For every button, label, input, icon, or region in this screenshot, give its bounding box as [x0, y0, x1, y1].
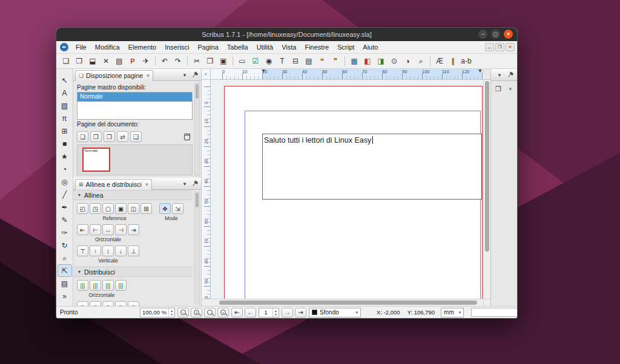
menu-item[interactable]: Inserisci [160, 42, 193, 52]
align-relative-selection[interactable]: ⊞ [140, 203, 152, 214]
distribute-equal-vertical[interactable]: ≡ [115, 301, 127, 306]
zoom-fit-button[interactable] [204, 308, 216, 317]
pdf-combo-box-icon[interactable]: ⊟ [289, 55, 302, 67]
text-frame[interactable]: Saluto tutti i lettori di Linux Easy [262, 134, 482, 200]
insert-glyph-icon[interactable]: Æ [434, 55, 446, 67]
close-icon[interactable]: × [144, 181, 148, 187]
add-page-button[interactable]: ❏ [77, 131, 88, 142]
align-mode-resize[interactable]: ⇲ [172, 203, 183, 214]
copy-icon[interactable]: ❐ [204, 55, 216, 67]
insert-arc-tool[interactable]: ◔ [58, 163, 72, 175]
page-thumbnails-area[interactable]: Normale [77, 145, 193, 175]
docked-panel-icon[interactable]: ❒ [493, 84, 503, 94]
hyphenate-icon[interactable]: a-b [460, 55, 472, 67]
scrollbar-thumb[interactable] [219, 301, 477, 305]
delete-page-button[interactable] [182, 131, 193, 142]
zoom-out-button[interactable]: − [177, 308, 189, 317]
doc-minimize-button[interactable]: — [485, 43, 494, 51]
doc-restore-button[interactable]: ❐ [495, 43, 504, 51]
frame-text[interactable]: Saluto tutti i lettori di Linux Easy [263, 135, 372, 145]
insert-freehand-tool[interactable]: ✎ [58, 213, 72, 226]
pdf-radio-button-icon[interactable]: ◉ [263, 55, 275, 67]
indent-marker-right[interactable] [478, 70, 482, 73]
menu-item[interactable]: Tabella [223, 42, 252, 52]
zoom-tool[interactable]: ⌕ [58, 252, 72, 264]
align-centers-horizontal[interactable]: ↔ [102, 224, 114, 235]
align-centers-vertical[interactable]: ↕ [102, 245, 114, 256]
select-item-tool[interactable]: ↖ [58, 74, 72, 86]
zoom-value[interactable]: 100,00 % [140, 309, 168, 316]
page-thumbnail[interactable]: Normale [82, 148, 110, 172]
unit-select[interactable]: mm ▾ [441, 308, 464, 317]
align-bottom-to-top-anchor[interactable]: ⊤ [77, 245, 88, 256]
scrollbar-thumb[interactable] [196, 84, 199, 99]
document-page[interactable]: Saluto tutti i lettori di Linux Easy [224, 86, 483, 299]
image-effects-icon[interactable]: ◨ [375, 55, 387, 67]
insert-spiral-tool[interactable]: ◎ [58, 175, 72, 188]
page-spinbox[interactable]: 1 ▲ ▼ [259, 308, 279, 317]
zoom-spinbox[interactable]: 100,00 % ▲ ▼ [140, 308, 175, 317]
insert-shape-tool[interactable]: ■ [58, 137, 72, 150]
open-document-icon[interactable]: ❒ [73, 55, 85, 67]
import-master-page-button[interactable]: ❏ [130, 131, 142, 142]
tab-allinea-distribuisci[interactable]: ⊞ Allinea e distribuisci × [75, 179, 152, 190]
chevron-down-icon[interactable]: ▾ [180, 71, 189, 79]
vertical-scrollbar[interactable] [483, 80, 490, 299]
align-relative-last-selected[interactable]: ◳ [90, 203, 101, 214]
align-left-edges[interactable]: ⊢ [90, 224, 101, 235]
panel-scrollbar[interactable] [194, 83, 200, 176]
align-section-header[interactable]: ▾ Allinea [73, 190, 193, 200]
more-tools-expander[interactable]: » [58, 290, 72, 302]
close-document-icon[interactable]: ✕ [100, 55, 112, 67]
status-extra-field[interactable] [471, 308, 517, 317]
insert-render-frame-tool[interactable]: π [58, 112, 72, 125]
distribute-equal-horizontal[interactable]: ||| [115, 280, 127, 291]
export-pdf-icon[interactable]: P [127, 55, 139, 67]
align-mode-move[interactable]: ✥ [159, 203, 171, 214]
previous-page-button[interactable]: ← [245, 308, 256, 317]
edit-contents-tool[interactable]: ⇱ [58, 264, 72, 277]
align-relative-margins[interactable]: ▣ [115, 203, 127, 214]
pdf-text-annotation-icon[interactable]: ❝ [316, 55, 328, 67]
align-right-to-left-anchor[interactable]: ⇤ [77, 224, 88, 235]
align-relative-page[interactable]: ▢ [102, 203, 114, 214]
insert-text-frame-tool[interactable]: A [58, 86, 72, 99]
cut-icon[interactable]: ✂ [191, 55, 203, 67]
menu-item[interactable]: Modifica [91, 42, 124, 52]
menu-item[interactable]: Pagina [194, 42, 223, 52]
next-page-button[interactable]: → [282, 308, 293, 317]
pdf-checkbox-icon[interactable]: ☑ [249, 55, 262, 67]
menu-item[interactable]: Finestre [300, 42, 333, 52]
menu-item[interactable]: Script [333, 42, 358, 52]
scrollbar-thumb[interactable] [485, 81, 489, 252]
page-number-value[interactable]: 1 [259, 309, 272, 316]
align-top-to-bottom-anchor[interactable]: ⊥ [128, 245, 139, 256]
chevron-down-icon[interactable]: ▾ [495, 71, 504, 79]
pdf-push-button-icon[interactable]: ▭ [236, 55, 248, 67]
menu-item[interactable]: Vista [277, 42, 300, 52]
menu-item[interactable]: File [71, 42, 91, 52]
spin-down-icon[interactable]: ▼ [169, 313, 174, 316]
align-left-to-right-anchor[interactable]: ⇥ [128, 224, 139, 235]
duplicate-page-button[interactable]: ❐ [104, 131, 115, 142]
menu-item[interactable]: Utilità [252, 42, 278, 52]
panel-scrollbar[interactable] [194, 192, 200, 304]
move-page-button[interactable]: ⇄ [117, 131, 128, 142]
horizontal-ruler[interactable]: 0102030405060708090100110120130 [211, 69, 483, 80]
new-document-icon[interactable]: ❏ [60, 55, 72, 67]
redo-icon[interactable]: ↷ [172, 55, 184, 67]
menu-item[interactable]: Elemento [124, 42, 160, 52]
vertical-ruler[interactable]: 0102030405060708090100 [202, 80, 211, 299]
preflight-verifier-icon[interactable]: ✈ [140, 55, 152, 67]
distribute-top-sides[interactable]: ≡ [77, 301, 88, 306]
distribute-centers-vertical[interactable]: ≡ [90, 301, 101, 306]
align-relative-first-selected[interactable]: ◰ [77, 203, 88, 214]
tab-disposizione-pagine[interactable]: ❏ Disposizione pagine × [75, 70, 153, 81]
save-document-icon[interactable]: ⬓ [87, 55, 99, 67]
manage-images-icon[interactable]: ▦ [348, 55, 360, 67]
master-page-item[interactable]: Normale [78, 93, 192, 102]
pdf-list-box-icon[interactable]: ▤ [303, 55, 315, 67]
align-bottom-edges[interactable]: ↓ [115, 245, 127, 256]
import-page-button[interactable]: ❒ [90, 131, 102, 142]
zoom-in-button[interactable]: + [217, 308, 229, 317]
